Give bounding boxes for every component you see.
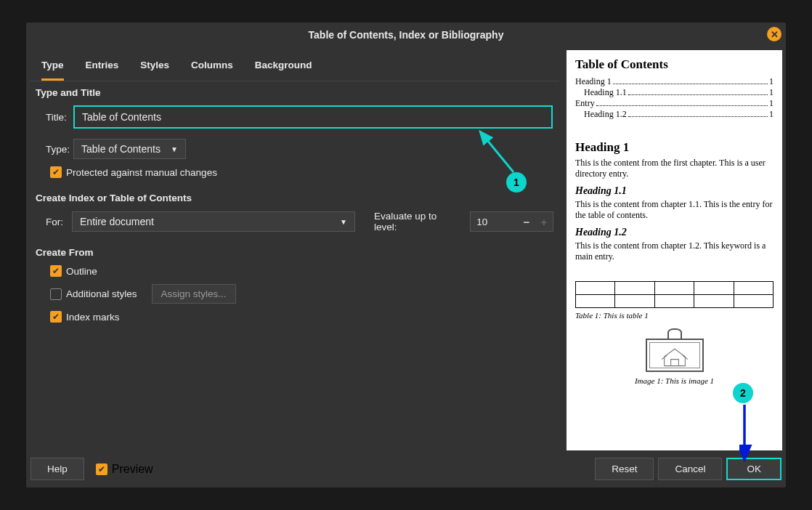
dialog-footer: Help ✔ Preview Reset Cancel OK bbox=[26, 450, 786, 487]
outline-checkbox[interactable]: ✔ bbox=[50, 265, 62, 277]
chevron-down-icon: ▼ bbox=[340, 218, 347, 226]
protected-checkbox[interactable]: ✔ bbox=[50, 166, 62, 178]
toc-line: Heading 11 bbox=[575, 76, 774, 87]
cancel-button[interactable]: Cancel bbox=[658, 458, 722, 480]
left-panel: Type Entries Styles Columns Background T… bbox=[30, 50, 559, 450]
preview-paragraph: This is the content from chapter 1.1. Th… bbox=[575, 199, 774, 221]
frame-outer bbox=[646, 339, 704, 372]
evaluate-label: Evaluate up to level: bbox=[374, 211, 461, 232]
callout-1: 1 bbox=[506, 172, 527, 193]
tab-columns[interactable]: Columns bbox=[191, 54, 233, 81]
preview-label: Preview bbox=[112, 463, 153, 476]
preview-heading12: Heading 1.2 bbox=[575, 227, 774, 238]
outline-label: Outline bbox=[66, 266, 97, 277]
title-input[interactable] bbox=[73, 105, 553, 129]
toc-leader bbox=[628, 94, 768, 95]
preview-paragraph: This is the content from chapter 1.2. Th… bbox=[575, 240, 774, 262]
toc-page: 1 bbox=[769, 76, 774, 87]
reset-button[interactable]: Reset bbox=[595, 458, 654, 480]
chevron-down-icon: ▼ bbox=[171, 145, 178, 153]
toc-dialog: Table of Contents, Index or Bibliography… bbox=[26, 23, 786, 487]
close-button[interactable]: ✕ bbox=[767, 27, 781, 41]
toc-leader bbox=[596, 105, 768, 106]
preview-picture bbox=[646, 328, 704, 372]
tabs: Type Entries Styles Columns Background bbox=[30, 50, 559, 81]
tab-styles[interactable]: Styles bbox=[140, 54, 169, 81]
toc-label: Heading 1.1 bbox=[584, 87, 627, 98]
type-row: Type: Table of Contents ▼ bbox=[36, 139, 553, 159]
spinner-minus[interactable]: − bbox=[518, 216, 535, 228]
spinner-plus[interactable]: + bbox=[535, 216, 553, 228]
frame-hanger-icon bbox=[667, 328, 682, 339]
preview-checkbox[interactable]: ✔ bbox=[96, 464, 107, 475]
callout-2: 2 bbox=[733, 383, 753, 403]
for-label: For: bbox=[46, 216, 63, 227]
section-create-from: Create From bbox=[36, 247, 553, 258]
toc-line: Heading 1.21 bbox=[575, 109, 774, 120]
type-select[interactable]: Table of Contents ▼ bbox=[73, 139, 186, 159]
preview-heading11: Heading 1.1 bbox=[575, 185, 774, 197]
toc-label: Heading 1.2 bbox=[584, 109, 627, 120]
ok-button[interactable]: OK bbox=[726, 458, 781, 480]
for-row: For: Entire document ▼ Evaluate up to le… bbox=[36, 211, 553, 232]
type-label: Type: bbox=[36, 144, 65, 155]
additional-checkbox[interactable] bbox=[50, 288, 62, 300]
assign-styles-button[interactable]: Assign styles... bbox=[152, 284, 236, 304]
toc-line: Entry1 bbox=[575, 98, 774, 109]
preview-table-caption: Table 1: This is table 1 bbox=[575, 311, 774, 320]
toc-label: Heading 1 bbox=[575, 76, 612, 87]
for-select[interactable]: Entire document ▼ bbox=[72, 211, 355, 232]
toc-leader bbox=[613, 84, 768, 84]
title-label: Title: bbox=[36, 112, 65, 123]
tab-background[interactable]: Background bbox=[255, 54, 312, 81]
section-create-index: Create Index or Table of Contents bbox=[36, 193, 553, 203]
indexmarks-label: Index marks bbox=[66, 312, 120, 323]
indexmarks-row: ✔ Index marks bbox=[36, 311, 553, 323]
help-button[interactable]: Help bbox=[31, 458, 84, 480]
indexmarks-checkbox[interactable]: ✔ bbox=[50, 311, 62, 323]
tab-type[interactable]: Type bbox=[41, 54, 64, 81]
toc-page: 1 bbox=[769, 87, 774, 98]
close-icon: ✕ bbox=[771, 29, 779, 40]
level-value: 10 bbox=[471, 216, 518, 227]
preview-toc-title: Table of Contents bbox=[575, 57, 774, 72]
section-type-title: Type and Title bbox=[36, 87, 553, 98]
for-select-value: Entire document bbox=[80, 216, 154, 227]
additional-label: Additional styles bbox=[66, 288, 137, 299]
additional-row: Additional styles Assign styles... bbox=[36, 284, 553, 304]
preview-toggle: ✔ Preview bbox=[96, 463, 153, 476]
toc-leader bbox=[628, 116, 768, 117]
preview-paragraph: This is the content from the first chapt… bbox=[575, 158, 774, 179]
form-area: Type and Title Title: Type: Table of Con… bbox=[30, 81, 559, 450]
dialog-body: Type Entries Styles Columns Background T… bbox=[26, 46, 786, 450]
outline-row: ✔ Outline bbox=[36, 265, 553, 277]
type-select-value: Table of Contents bbox=[81, 143, 161, 155]
toc-page: 1 bbox=[769, 109, 774, 120]
toc-page: 1 bbox=[769, 98, 774, 109]
protected-row: ✔ Protected against manual changes bbox=[36, 166, 553, 178]
toc-label: Entry bbox=[575, 98, 595, 109]
title-row: Title: bbox=[36, 105, 553, 129]
dialog-titlebar: Table of Contents, Index or Bibliography… bbox=[26, 23, 786, 46]
preview-table bbox=[575, 281, 774, 308]
dialog-title: Table of Contents, Index or Bibliography bbox=[309, 29, 504, 41]
level-spinner[interactable]: 10 − + bbox=[470, 211, 553, 232]
protected-label: Protected against manual changes bbox=[66, 167, 217, 178]
house-icon bbox=[662, 346, 688, 368]
tab-entries[interactable]: Entries bbox=[86, 54, 119, 81]
preview-heading1: Heading 1 bbox=[575, 140, 774, 155]
frame-inner bbox=[649, 342, 700, 368]
toc-line: Heading 1.11 bbox=[575, 87, 774, 98]
